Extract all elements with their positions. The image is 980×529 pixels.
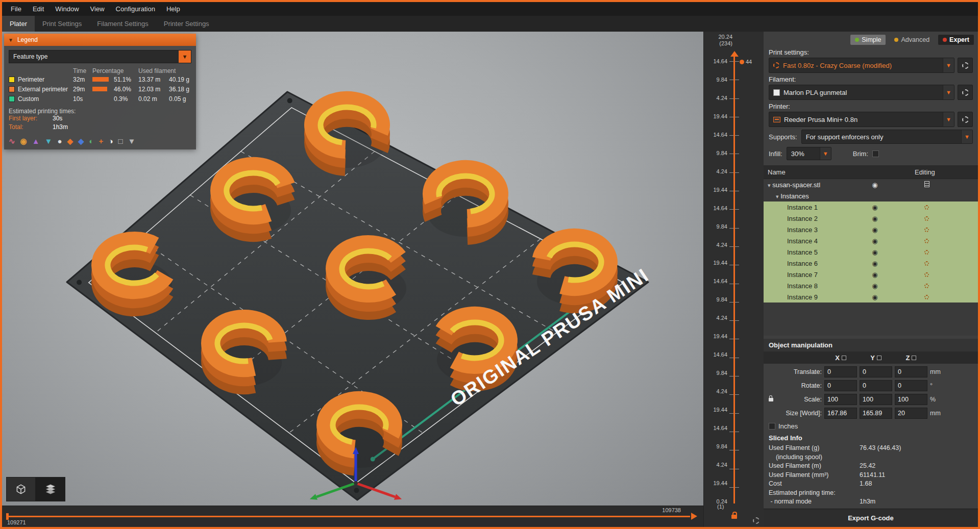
model-instance[interactable]	[206, 319, 282, 386]
h-slider-arrow-icon[interactable]	[691, 513, 697, 520]
manip-input[interactable]	[824, 394, 857, 405]
supports-combo[interactable]: For support enforcers only ▼	[801, 130, 973, 144]
eye-icon[interactable]: ◉	[868, 226, 881, 233]
tool-changes-icon[interactable]: ◆	[67, 137, 73, 145]
uniform-scale-lock-icon[interactable]	[769, 398, 773, 401]
instance-row[interactable]: Instance 2 ◉	[764, 213, 978, 224]
instance-edit-icon[interactable]	[924, 272, 929, 277]
instance-row[interactable]: Instance 3 ◉	[764, 224, 978, 235]
export-gcode-button[interactable]: Export G-code	[764, 509, 978, 527]
manip-input[interactable]	[860, 408, 892, 419]
tab-plater[interactable]: Plater	[2, 16, 35, 32]
eye-icon[interactable]: ◉	[868, 294, 881, 300]
custom-gcode-icon[interactable]: +	[99, 137, 104, 145]
travel-icon[interactable]: ∿	[9, 137, 15, 145]
manip-input[interactable]	[824, 380, 857, 391]
mode-advanced[interactable]: Advanced	[890, 35, 934, 45]
axis-checkbox-icon[interactable]	[842, 356, 846, 360]
eye-icon[interactable]: ◉	[868, 215, 881, 222]
center-of-gravity-icon[interactable]: ◑	[108, 137, 113, 145]
manip-input[interactable]	[895, 394, 927, 405]
3d-viewport[interactable]: ORIGINAL PRUSA MINI ▼ Legend Feature typ…	[2, 32, 703, 506]
manip-input[interactable]	[895, 408, 927, 419]
menu-file[interactable]: File	[5, 2, 27, 16]
eye-icon[interactable]: ◉	[868, 204, 881, 211]
instance-edit-icon[interactable]	[924, 284, 929, 288]
axis-checkbox-icon[interactable]	[912, 356, 916, 360]
instance-edit-icon[interactable]	[924, 250, 929, 255]
instance-row[interactable]: Instance 9 ◉	[764, 291, 978, 303]
retractions-icon[interactable]: ▲	[32, 137, 40, 145]
brim-checkbox[interactable]	[872, 150, 879, 157]
instance-row[interactable]: Instance 6 ◉	[764, 258, 978, 269]
model-instance[interactable]	[215, 166, 291, 234]
manip-input[interactable]	[895, 380, 927, 391]
instance-row[interactable]: Instance 1 ◉	[764, 201, 978, 213]
instance-edit-icon[interactable]	[924, 261, 929, 266]
mode-expert[interactable]: Expert	[938, 35, 974, 45]
object-row[interactable]: ▾ susan-spacer.stl ◉	[764, 179, 978, 190]
eye-icon[interactable]: ◉	[868, 182, 881, 188]
model-instance[interactable]	[331, 244, 406, 312]
h-slider-track[interactable]	[7, 516, 690, 517]
instance-edit-icon[interactable]	[924, 216, 929, 221]
manip-input[interactable]	[860, 366, 892, 377]
mode-simple[interactable]: Simple	[850, 35, 886, 45]
printer-gear-button[interactable]	[958, 112, 973, 127]
edit-object-icon[interactable]	[924, 181, 929, 187]
infill-combo[interactable]: 30% ▼	[787, 147, 831, 160]
menu-edit[interactable]: Edit	[27, 2, 50, 16]
seams-icon[interactable]: ●	[57, 137, 62, 145]
manip-input[interactable]	[824, 408, 857, 419]
instance-row[interactable]: Instance 5 ◉	[764, 246, 978, 258]
manip-input[interactable]	[824, 366, 857, 377]
printer-combo[interactable]: Reeder Prusa Mini+ 0.8n ▼	[769, 112, 954, 127]
manip-input[interactable]	[860, 380, 892, 391]
menu-help[interactable]: Help	[161, 2, 186, 16]
pause-prints-icon[interactable]: ◐	[89, 137, 94, 145]
layer-slider-track[interactable]	[733, 56, 735, 503]
gear-icon[interactable]	[753, 517, 760, 524]
menu-configuration[interactable]: Configuration	[110, 2, 161, 16]
wipe-icon[interactable]: ◉	[20, 137, 27, 145]
eye-icon[interactable]: ◉	[868, 249, 881, 256]
view-layers-button[interactable]	[36, 477, 65, 501]
model-instance[interactable]	[428, 169, 503, 237]
tab-filament-settings[interactable]: Filament Settings	[89, 16, 156, 32]
instances-group-row[interactable]: ▾ Instances	[764, 190, 978, 201]
feature-type-combo[interactable]: Feature type ▼	[9, 50, 191, 63]
instance-edit-icon[interactable]	[924, 205, 929, 210]
tool-marker-icon[interactable]: ▼	[128, 137, 136, 145]
deretractions-icon[interactable]: ▼	[45, 137, 53, 145]
menu-view[interactable]: View	[85, 2, 110, 16]
instance-row[interactable]: Instance 4 ◉	[764, 235, 978, 246]
instance-edit-icon[interactable]	[924, 239, 929, 243]
lock-icon[interactable]	[731, 515, 737, 519]
instance-row[interactable]: Instance 8 ◉	[764, 280, 978, 291]
manip-input[interactable]	[895, 366, 927, 377]
eye-icon[interactable]: ◉	[868, 271, 881, 278]
axis-checkbox-icon[interactable]	[877, 356, 881, 360]
chevron-down-icon[interactable]: ▼	[179, 51, 191, 63]
color-changes-icon[interactable]: ◆	[78, 137, 84, 145]
collapse-caret-icon[interactable]: ▾	[768, 182, 771, 188]
filament-gear-button[interactable]	[958, 85, 973, 100]
print-settings-combo[interactable]: Fast 0.80z - Crazy Coarse (modified) ▼	[769, 58, 954, 73]
view-3d-button[interactable]	[6, 477, 36, 501]
tab-print-settings[interactable]: Print Settings	[35, 16, 89, 32]
tab-printer-settings[interactable]: Printer Settings	[156, 16, 217, 32]
eye-icon[interactable]: ◉	[868, 283, 881, 289]
filament-combo[interactable]: Marlon PLA gunmetal ▼	[769, 85, 954, 100]
legend-header[interactable]: ▼ Legend	[4, 34, 196, 46]
instance-edit-icon[interactable]	[924, 295, 929, 299]
collapse-caret-icon[interactable]: ▾	[776, 193, 779, 199]
model-instance[interactable]	[322, 400, 397, 468]
eye-icon[interactable]: ◉	[868, 260, 881, 267]
instance-row[interactable]: Instance 7 ◉	[764, 269, 978, 280]
manip-input[interactable]	[860, 394, 892, 405]
menu-window[interactable]: Window	[50, 2, 84, 16]
eye-icon[interactable]: ◉	[868, 238, 881, 244]
print-settings-gear-button[interactable]	[958, 58, 973, 73]
instance-edit-icon[interactable]	[924, 228, 929, 232]
inches-checkbox[interactable]	[769, 423, 775, 430]
